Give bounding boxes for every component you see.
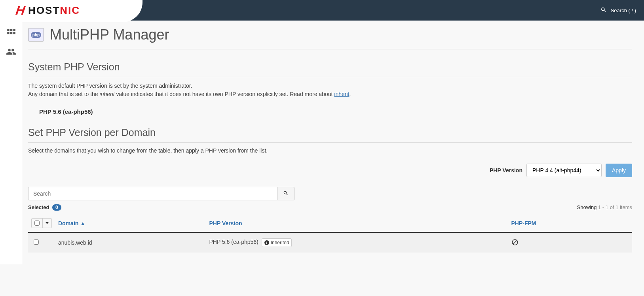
select-all-group — [31, 218, 52, 228]
row-version: PHP 5.6 (ea-php56) i Inherited — [206, 232, 508, 253]
inherited-badge: i Inherited — [262, 238, 292, 247]
logo[interactable]: H HOSTNIC — [16, 3, 80, 18]
search-icon — [600, 7, 607, 14]
table-search-input[interactable] — [28, 187, 277, 200]
inherit-link[interactable]: inherit — [334, 91, 349, 97]
col-fpm[interactable]: PHP-FPM — [508, 214, 633, 232]
domain-instruction: Select the domains that you wish to chan… — [28, 147, 632, 154]
domain-table: Domain ▲ PHP Version PHP-FPM anubis.web.… — [28, 214, 632, 253]
selected-count: Selected 0 — [28, 204, 61, 210]
version-select[interactable]: PHP 4.4 (alt-php44) — [526, 164, 602, 177]
main-content: php MultiPHP Manager System PHP Version … — [22, 21, 644, 264]
showing-text: Showing 1 - 1 of 1 items — [577, 204, 632, 210]
select-all-dropdown[interactable] — [42, 219, 51, 228]
logo-text: HOSTNIC — [28, 4, 80, 17]
table-row: anubis.web.id PHP 5.6 (ea-php56) i Inher… — [28, 232, 632, 253]
col-version[interactable]: PHP Version — [206, 214, 508, 232]
search-icon — [283, 190, 289, 197]
select-all-checkbox[interactable] — [32, 219, 42, 228]
row-fpm — [508, 232, 633, 253]
top-search[interactable]: Search ( / ) — [600, 7, 644, 14]
selected-badge: 0 — [52, 204, 61, 211]
page-icon: php — [28, 28, 44, 41]
col-domain[interactable]: Domain ▲ — [55, 214, 206, 232]
version-bar: PHP Version PHP 4.4 (alt-php44) Apply — [28, 164, 632, 177]
disabled-icon — [511, 241, 519, 247]
php-icon: php — [31, 32, 41, 38]
sidebar — [0, 21, 22, 264]
logo-mark-icon: H — [15, 3, 26, 18]
system-version-title: System PHP Version — [28, 61, 632, 77]
page-header: php MultiPHP Manager — [28, 26, 632, 49]
row-domain: anubis.web.id — [55, 232, 206, 253]
system-version-value: PHP 5.6 (ea-php56) — [39, 108, 632, 115]
sidebar-item-users[interactable] — [6, 47, 16, 58]
table-search-button[interactable] — [277, 187, 294, 200]
sidebar-item-grid[interactable] — [6, 28, 16, 40]
table-meta: Selected 0 Showing 1 - 1 of 1 items — [28, 204, 632, 210]
top-search-placeholder: Search ( / ) — [611, 8, 636, 13]
apply-button[interactable]: Apply — [606, 164, 632, 177]
users-icon — [6, 47, 16, 58]
caret-down-icon — [46, 222, 49, 224]
top-bar: H HOSTNIC Search ( / ) — [0, 0, 644, 21]
page-title: MultiPHP Manager — [50, 26, 169, 43]
domain-section-title: Set PHP Version per Domain — [28, 127, 632, 143]
system-version-desc: The system default PHP version is set by… — [28, 82, 632, 98]
col-checkbox — [28, 214, 55, 232]
version-label: PHP Version — [490, 167, 522, 173]
info-icon: i — [264, 240, 269, 245]
logo-container: H HOSTNIC — [0, 0, 142, 22]
table-search-row — [28, 187, 632, 200]
row-checkbox[interactable] — [34, 239, 39, 245]
grid-icon — [6, 28, 16, 40]
